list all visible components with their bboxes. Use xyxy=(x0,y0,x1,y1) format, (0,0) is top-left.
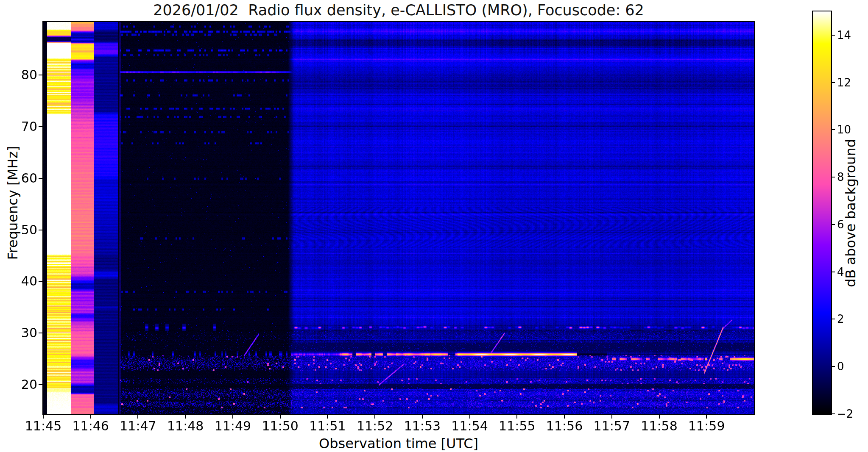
colorbar-tick-mark xyxy=(832,413,835,414)
y-tick-mark xyxy=(39,230,42,230)
y-tick-mark xyxy=(39,281,42,282)
colorbar-tick-mark xyxy=(832,177,835,177)
x-tick-mark xyxy=(327,415,328,419)
x-tick-label: 11:59 xyxy=(681,419,732,433)
y-axis-label: Frequency [MHz] xyxy=(5,118,21,288)
y-tick-label: 30 xyxy=(0,325,37,340)
colorbar-tick-label: 2 xyxy=(837,313,844,325)
colorbar-tick-label: 12 xyxy=(837,76,851,89)
x-tick-mark xyxy=(564,415,565,419)
x-tick-mark xyxy=(374,415,375,419)
plot-area xyxy=(42,21,755,415)
y-tick-label: 20 xyxy=(0,377,37,392)
x-tick-label: 11:47 xyxy=(112,419,163,433)
colorbar-tick-label: 0 xyxy=(837,360,844,373)
y-tick-mark xyxy=(39,75,42,75)
x-tick-mark xyxy=(137,415,138,419)
x-tick-label: 11:46 xyxy=(65,419,116,433)
spectrogram-image xyxy=(43,22,754,414)
x-axis-label: Observation time [UTC] xyxy=(43,435,754,452)
y-tick-mark xyxy=(39,384,42,385)
colorbar-tick-label: −2 xyxy=(837,408,853,420)
x-tick-label: 11:45 xyxy=(18,419,69,433)
x-tick-label: 11:54 xyxy=(444,419,495,433)
x-tick-label: 11:50 xyxy=(255,419,306,433)
colorbar-gradient xyxy=(813,11,831,414)
x-tick-mark xyxy=(706,415,707,419)
colorbar-tick-mark xyxy=(832,272,835,272)
colorbar-tick-mark xyxy=(832,366,835,367)
x-tick-mark xyxy=(185,415,186,419)
y-tick-mark xyxy=(39,178,42,179)
x-tick-label: 11:53 xyxy=(397,419,448,433)
x-tick-mark xyxy=(90,415,91,419)
x-tick-label: 11:57 xyxy=(586,419,637,433)
x-tick-label: 11:51 xyxy=(302,419,353,433)
y-tick-mark xyxy=(39,333,42,333)
colorbar-tick-mark xyxy=(832,82,835,83)
x-tick-label: 11:49 xyxy=(207,419,258,433)
x-tick-label: 11:52 xyxy=(349,419,400,433)
chart-title: 2026/01/02 Radio flux density, e-CALLIST… xyxy=(43,2,754,19)
x-tick-mark xyxy=(516,415,517,419)
colorbar-tick-mark xyxy=(832,35,835,36)
x-tick-mark xyxy=(469,415,470,419)
x-tick-label: 11:56 xyxy=(539,419,590,433)
colorbar-tick-mark xyxy=(832,129,835,130)
x-tick-mark xyxy=(422,415,423,419)
x-tick-label: 11:55 xyxy=(491,419,542,433)
y-tick-label: 80 xyxy=(0,67,37,82)
y-tick-mark xyxy=(39,126,42,127)
x-tick-mark xyxy=(43,415,44,419)
x-tick-mark xyxy=(280,415,281,419)
page: { "colors": {"background": "#ffffff", "t… xyxy=(0,0,868,452)
x-tick-mark xyxy=(232,415,233,419)
colorbar-label: dB above background xyxy=(843,128,859,298)
colorbar xyxy=(812,11,832,415)
x-tick-label: 11:58 xyxy=(634,419,685,433)
x-tick-mark xyxy=(659,415,660,419)
colorbar-tick-mark xyxy=(832,319,835,319)
colorbar-tick-label: 14 xyxy=(837,29,851,42)
x-tick-mark xyxy=(611,415,612,419)
x-tick-label: 11:48 xyxy=(160,419,211,433)
colorbar-tick-mark xyxy=(832,224,835,225)
